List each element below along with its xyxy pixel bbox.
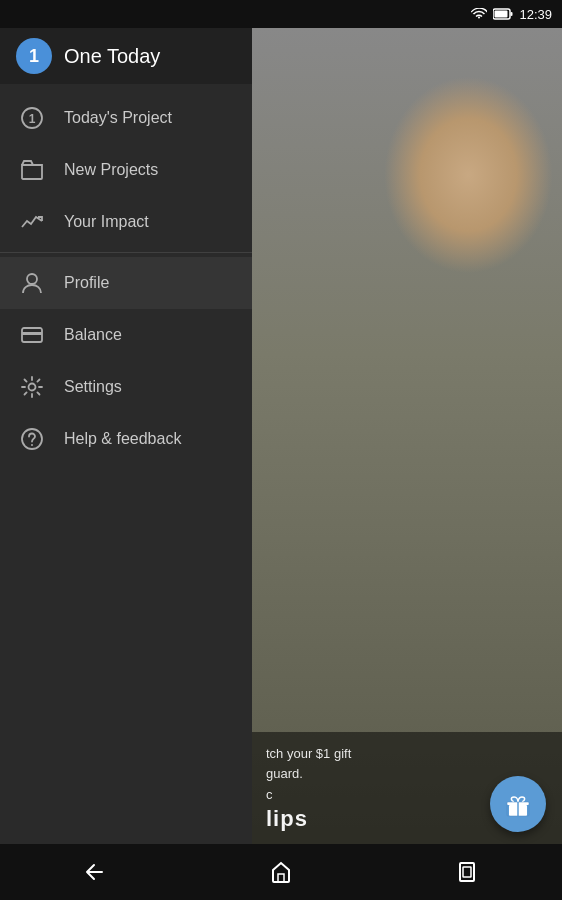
svg-rect-14: [278, 874, 284, 882]
status-bar: 12:39: [0, 0, 562, 28]
todays-project-icon: 1: [20, 106, 44, 130]
sidebar-item-label: New Projects: [64, 161, 158, 179]
settings-icon: [20, 375, 44, 399]
back-icon: [82, 860, 106, 884]
svg-rect-16: [463, 867, 471, 877]
sidebar-item-label: Profile: [64, 274, 109, 292]
sidebar-item-label: Help & feedback: [64, 430, 181, 448]
home-icon: [269, 860, 293, 884]
soldier-figure: [250, 28, 562, 844]
sidebar-item-help-feedback[interactable]: Help & feedback: [0, 413, 252, 465]
help-icon: [20, 427, 44, 451]
hero-image: tch your $1 gift guard. c lips: [250, 28, 562, 844]
svg-rect-7: [22, 332, 42, 335]
status-icons: 12:39: [471, 7, 552, 22]
overlay-line1: tch your $1 gift: [266, 744, 546, 765]
svg-point-5: [27, 274, 37, 284]
recents-button[interactable]: [438, 852, 498, 892]
svg-rect-2: [495, 11, 508, 18]
home-button[interactable]: [251, 852, 311, 892]
svg-point-10: [31, 444, 33, 446]
drawer-logo-number: 1: [29, 46, 39, 67]
sidebar-item-label: Today's Project: [64, 109, 172, 127]
navigation-drawer: 1 One Today 1 Today's Project New Proje: [0, 28, 252, 844]
your-impact-icon: [20, 210, 44, 234]
new-projects-icon: [20, 158, 44, 182]
drawer-header: 1 One Today: [0, 28, 252, 84]
gift-icon: [504, 790, 532, 818]
balance-icon: [20, 323, 44, 347]
sidebar-item-settings[interactable]: Settings: [0, 361, 252, 413]
sidebar-item-label: Settings: [64, 378, 122, 396]
sidebar-item-label: Your Impact: [64, 213, 149, 231]
svg-rect-1: [511, 12, 513, 16]
svg-point-8: [29, 384, 36, 391]
profile-icon: [20, 271, 44, 295]
gift-fab[interactable]: [490, 776, 546, 832]
drawer-title: One Today: [64, 45, 160, 68]
sidebar-item-your-impact[interactable]: Your Impact: [0, 196, 252, 248]
wifi-icon: [471, 8, 487, 20]
nav-divider: [0, 252, 252, 253]
svg-text:1: 1: [29, 112, 36, 126]
back-button[interactable]: [64, 852, 124, 892]
recents-icon: [456, 860, 480, 884]
sidebar-item-profile[interactable]: Profile: [0, 257, 252, 309]
sidebar-item-label: Balance: [64, 326, 122, 344]
bottom-navigation: [0, 844, 562, 900]
time-display: 12:39: [519, 7, 552, 22]
svg-rect-15: [460, 863, 474, 881]
sidebar-item-todays-project[interactable]: 1 Today's Project: [0, 92, 252, 144]
sidebar-item-balance[interactable]: Balance: [0, 309, 252, 361]
battery-icon: [493, 8, 513, 20]
drawer-logo: 1: [16, 38, 52, 74]
drawer-nav: 1 Today's Project New Projects: [0, 84, 252, 844]
sidebar-item-new-projects[interactable]: New Projects: [0, 144, 252, 196]
